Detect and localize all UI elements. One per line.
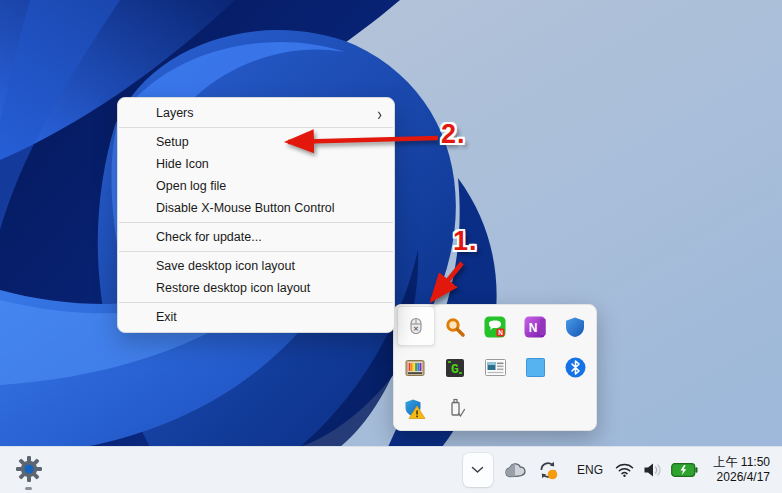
running-app-indicator [25,487,32,490]
svg-text:G: G [451,362,459,377]
menu-separator [119,251,393,252]
menu-item-setup[interactable]: Setup [118,131,394,153]
language-indicator[interactable]: ENG [577,463,603,477]
usb-drive-icon [445,398,466,419]
onenote-icon: N [524,316,546,338]
speaker-icon [643,462,662,478]
menu-item-layers[interactable]: Layers › [118,102,394,124]
desktop: Layers › Setup Hide Icon Open log file D… [0,0,782,493]
wifi-button[interactable] [615,463,634,477]
taskbar-clock[interactable]: 上午 11:50 2026/4/17 [708,455,770,485]
sync-status-button[interactable] [537,459,559,481]
clock-date: 2026/4/17 [708,470,770,485]
menu-separator [119,222,393,223]
tray-icon-news-document-viewer[interactable] [475,347,515,388]
menu-item-hide-icon[interactable]: Hide Icon [118,153,394,175]
shield-icon [564,316,586,338]
menu-item-label: Open log file [156,179,226,193]
tray-icon-green-g-utility[interactable]: G [435,347,475,388]
menu-item-label: Layers [156,106,194,120]
tray-icon-blue-square-app[interactable] [515,347,555,388]
tray-icon-x-mouse-button-control[interactable]: × [397,306,435,346]
annotation-step-2: 2. [441,119,466,150]
menu-item-label: Check for update... [156,230,262,244]
menu-item-label: Restore desktop icon layout [156,281,310,295]
menu-item-label: Setup [156,135,189,149]
tray-icon-green-chat-messenger[interactable]: N [475,306,515,347]
taskbar-settings-button[interactable] [10,450,48,488]
taskbar-system-tray: ENG [463,447,782,493]
annotation-step-1: 1. [453,226,478,257]
tray-icon-windows-defender-shield[interactable] [555,306,595,347]
chevron-down-icon [471,466,484,474]
tray-overflow-popup: × N N [393,304,597,431]
tray-empty-cell [475,388,515,429]
menu-item-restore-desktop-icon-layout[interactable]: Restore desktop icon layout [118,277,394,299]
menu-item-label: Disable X-Mouse Button Control [156,201,335,215]
submenu-chevron-icon: › [377,104,382,123]
menu-item-open-log-file[interactable]: Open log file [118,175,394,197]
color-display-icon [405,358,425,378]
menu-item-exit[interactable]: Exit [118,306,394,328]
tray-icon-security-shield-warning[interactable] [395,388,435,429]
tray-icon-orange-magnifier[interactable] [435,306,475,347]
onedrive-status-button[interactable] [503,462,528,478]
menu-item-label: Save desktop icon layout [156,259,295,273]
tray-icon-bluetooth[interactable] [555,347,595,388]
blue-square-icon [526,358,545,377]
menu-separator [119,127,393,128]
tray-empty-cell [515,388,555,429]
tray-empty-cell [555,388,595,429]
battery-charging-icon [671,463,698,477]
menu-item-save-desktop-icon-layout[interactable]: Save desktop icon layout [118,255,394,277]
menu-item-disable-xmouse[interactable]: Disable X-Mouse Button Control [118,197,394,219]
menu-item-check-for-update[interactable]: Check for update... [118,226,394,248]
taskbar: ENG [0,446,782,493]
menu-separator [119,302,393,303]
volume-button[interactable] [643,462,662,478]
xmouse-context-menu: Layers › Setup Hide Icon Open log file D… [117,97,395,333]
tray-icon-color-display-tool[interactable] [395,347,435,388]
cloud-icon [503,462,528,478]
green-g-icon: G [445,358,465,378]
mouse-icon: × [406,316,426,336]
battery-button[interactable] [671,463,698,477]
tray-icon-safely-remove-hardware-usb[interactable] [435,388,475,429]
svg-text:×: × [413,324,419,333]
svg-text:N: N [529,321,538,335]
tray-chevron-button[interactable] [463,453,493,487]
gear-icon [15,455,43,483]
shield-warning-icon [404,398,426,420]
svg-text:N: N [498,328,503,335]
menu-item-label: Exit [156,310,177,324]
news-document-icon [485,359,506,376]
bluetooth-icon [565,357,586,378]
chat-bubble-icon: N [484,316,506,338]
menu-item-label: Hide Icon [156,157,209,171]
clock-time: 上午 11:50 [708,455,770,470]
magnifier-icon [444,316,466,338]
tray-icon-onenote[interactable]: N [515,306,555,347]
wifi-icon [615,463,634,477]
sync-arrows-icon [537,459,559,481]
